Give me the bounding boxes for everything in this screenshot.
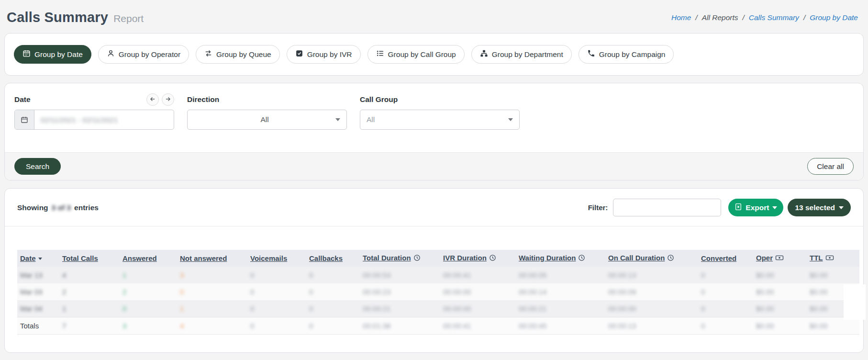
column-header-total-duration[interactable]: Total Duration xyxy=(360,250,440,267)
title-wrap: Calls Summary Report xyxy=(7,10,144,25)
date-next-button[interactable] xyxy=(162,93,174,106)
table-filter-input[interactable] xyxy=(613,199,721,216)
sort-descending-icon xyxy=(38,258,42,260)
page-title: Calls Summary xyxy=(7,10,108,25)
date-prev-button[interactable] xyxy=(146,93,159,106)
column-header-ivr-duration[interactable]: IVR Duration xyxy=(440,250,516,267)
column-header-ttl[interactable]: TTL xyxy=(807,250,859,267)
tab-group-by-department[interactable]: Group by Department xyxy=(471,45,572,64)
filter-direction-column: Direction All xyxy=(187,94,347,130)
totals-row: Totals 7 3 4 0 0 00:01:38 00:00:41 00:00… xyxy=(17,317,859,335)
tab-group-by-call-group[interactable]: Group by Call Group xyxy=(367,45,465,64)
clock-icon xyxy=(413,255,421,263)
column-header-oper[interactable]: Oper xyxy=(753,250,807,267)
breadcrumb-separator: / xyxy=(742,13,744,22)
selected-label: 13 selected xyxy=(795,203,835,212)
chevron-down-icon xyxy=(772,206,777,209)
tab-group-by-ivr[interactable]: Group by IVR xyxy=(287,45,361,64)
table-actions: Filter: Export 13 selected xyxy=(588,199,851,216)
totals-label: Totals xyxy=(20,322,39,330)
table-row[interactable]: Mar 13 4 1 3 0 0 00:00:53 00:00:41 00:00… xyxy=(17,267,859,283)
columns-selected-dropdown[interactable]: 13 selected xyxy=(788,199,851,216)
clear-all-button[interactable]: Clear all xyxy=(807,158,854,175)
table-wrap: Date Total Calls Answered Not answered V… xyxy=(5,226,863,335)
column-header-answered[interactable]: Answered xyxy=(120,250,177,267)
column-header-waiting-duration[interactable]: Waiting Duration xyxy=(516,250,605,267)
table-filter-label: Filter: xyxy=(588,203,608,212)
tab-group-by-operator[interactable]: Group by Operator xyxy=(98,45,189,64)
calendar-icon xyxy=(15,110,34,129)
call-group-select-value: All xyxy=(367,115,508,124)
queue-repeat-icon xyxy=(204,49,212,59)
row-edge-artifact xyxy=(844,302,866,320)
ivr-check-icon xyxy=(295,49,303,59)
tab-label: Group by Queue xyxy=(216,50,271,59)
list-icon xyxy=(376,49,384,59)
tab-group-by-campaign[interactable]: Group by Campaign xyxy=(579,45,674,64)
row-edge-artifact xyxy=(844,284,866,302)
chevron-down-icon xyxy=(508,118,513,121)
breadcrumb-all-reports[interactable]: All Reports xyxy=(702,13,738,22)
tab-label: Group by Date xyxy=(34,50,83,59)
chevron-down-icon xyxy=(335,118,340,121)
clock-icon xyxy=(667,255,674,263)
money-icon xyxy=(825,255,834,263)
date-range-value: 02/11/2021 - 02/11/2021 xyxy=(41,116,118,124)
call-group-select[interactable]: All xyxy=(360,110,520,130)
calls-summary-page: Calls Summary Report Home / All Reports … xyxy=(0,0,868,353)
breadcrumb-separator: / xyxy=(695,13,697,22)
sitemap-icon xyxy=(480,49,488,59)
direction-select-value: All xyxy=(194,115,335,124)
group-tabs-panel: Group by Date Group by Operator Group by… xyxy=(4,33,864,76)
arrow-right-icon xyxy=(165,96,171,104)
breadcrumb: Home / All Reports / Calls Summary / Gro… xyxy=(671,13,858,22)
column-header-date[interactable]: Date xyxy=(17,250,59,267)
table-header-row: Date Total Calls Answered Not answered V… xyxy=(17,250,859,267)
tab-group-by-queue[interactable]: Group by Queue xyxy=(196,45,280,64)
filters-panel: Date 02/11/2021 - 02/11/2021 xyxy=(4,83,864,180)
tab-label: Group by Campaign xyxy=(599,50,666,59)
page-header: Calls Summary Report Home / All Reports … xyxy=(4,0,864,33)
table-row[interactable]: Mar 03 2 2 0 0 0 00:00:23 00:00:00 00:00… xyxy=(17,283,859,300)
filter-date-column: Date 02/11/2021 - 02/11/2021 xyxy=(14,94,174,130)
showing-suffix: entries xyxy=(74,203,99,212)
tab-label: Group by IVR xyxy=(307,50,352,59)
column-header-on-call-duration[interactable]: On Call Duration xyxy=(605,250,698,267)
date-nav-arrows xyxy=(146,93,174,106)
table-row[interactable]: Mar 04 1 0 1 0 0 00:00:21 00:00:00 00:00… xyxy=(17,300,859,317)
calendar-icon xyxy=(22,49,31,59)
column-header-total-calls[interactable]: Total Calls xyxy=(59,250,120,267)
phone-icon xyxy=(587,49,595,59)
column-header-not-answered[interactable]: Not answered xyxy=(177,250,247,267)
date-filter-label: Date xyxy=(14,95,31,104)
date-range-input[interactable]: 02/11/2021 - 02/11/2021 xyxy=(14,110,174,130)
clock-icon xyxy=(489,255,496,263)
direction-select[interactable]: All xyxy=(187,110,347,130)
export-button[interactable]: Export xyxy=(728,199,783,216)
column-header-converted[interactable]: Converted xyxy=(698,250,753,267)
column-header-voicemails[interactable]: Voicemails xyxy=(247,250,306,267)
filters-body: Date 02/11/2021 - 02/11/2021 xyxy=(5,83,863,152)
showing-count: 3 of 3 xyxy=(52,203,71,212)
filter-call-group-column: Call Group All xyxy=(360,94,520,130)
arrow-left-icon xyxy=(149,96,156,104)
tab-group-by-date[interactable]: Group by Date xyxy=(14,45,91,64)
excel-file-icon xyxy=(734,203,742,213)
page-subtitle: Report xyxy=(113,13,144,24)
chevron-down-icon xyxy=(839,206,844,209)
showing-prefix: Showing xyxy=(17,203,48,212)
tab-label: Group by Operator xyxy=(119,50,180,59)
results-panel: Showing 3 of 3 entries Filter: Export 13… xyxy=(4,188,864,353)
breadcrumb-separator: / xyxy=(803,13,805,22)
table-topbar: Showing 3 of 3 entries Filter: Export 13… xyxy=(5,189,863,226)
column-header-callbacks[interactable]: Callbacks xyxy=(306,250,360,267)
calls-summary-table: Date Total Calls Answered Not answered V… xyxy=(17,250,859,335)
search-button[interactable]: Search xyxy=(14,158,61,175)
export-label: Export xyxy=(746,203,769,212)
breadcrumb-calls-summary[interactable]: Calls Summary xyxy=(749,13,799,22)
tab-label: Group by Call Group xyxy=(388,50,456,59)
direction-filter-label: Direction xyxy=(187,95,219,104)
breadcrumb-group-by-date[interactable]: Group by Date xyxy=(810,13,858,22)
money-icon xyxy=(775,255,784,263)
breadcrumb-home[interactable]: Home xyxy=(671,13,691,22)
